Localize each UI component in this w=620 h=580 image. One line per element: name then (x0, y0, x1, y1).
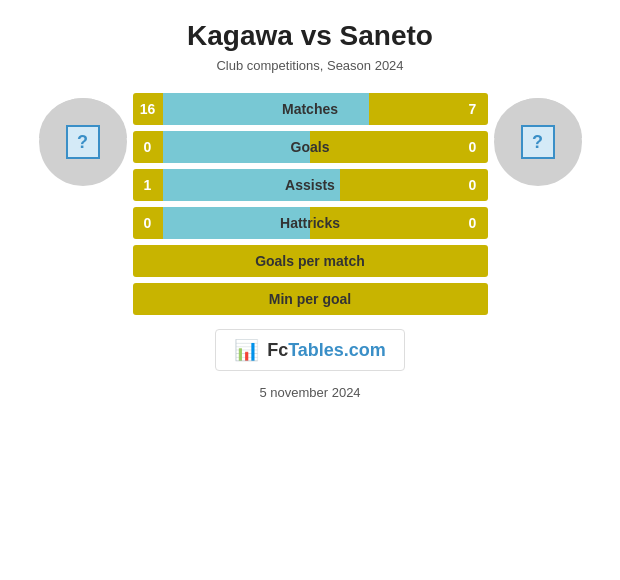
hattricks-left-bar (163, 207, 311, 239)
watermark-icon: 📊 (234, 338, 259, 362)
stats-area: 16 Matches 7 0 Goals 0 1 (133, 93, 488, 315)
left-team-badge: ? (33, 98, 133, 186)
stat-row-assists: 1 Assists 0 (133, 169, 488, 201)
hattricks-bar: Hattricks (163, 207, 458, 239)
matches-left-value: 16 (133, 93, 163, 125)
watermark-box: 📊 FcTables.com (215, 329, 405, 371)
min-per-goal-label: Min per goal (133, 291, 488, 307)
assists-left-bar (163, 169, 340, 201)
stat-row-goals-per-match: Goals per match (133, 245, 488, 277)
right-team-badge: ? (488, 98, 588, 186)
matches-right-bar (369, 93, 458, 125)
match-title: Kagawa vs Saneto (187, 20, 433, 52)
page-container: Kagawa vs Saneto Club competitions, Seas… (0, 0, 620, 580)
matches-bar: Matches (163, 93, 458, 125)
stat-row-hattricks: 0 Hattricks 0 (133, 207, 488, 239)
match-subtitle: Club competitions, Season 2024 (216, 58, 403, 73)
stat-row-min-per-goal: Min per goal (133, 283, 488, 315)
right-badge-circle: ? (494, 98, 582, 186)
hattricks-right-bar (310, 207, 458, 239)
watermark-area: 📊 FcTables.com (215, 329, 405, 371)
assists-right-bar (340, 169, 458, 201)
left-badge-question: ? (66, 125, 100, 159)
goals-per-match-label: Goals per match (133, 253, 488, 269)
hattricks-right-value: 0 (458, 207, 488, 239)
goals-right-value: 0 (458, 131, 488, 163)
right-badge-question: ? (521, 125, 555, 159)
goals-left-value: 0 (133, 131, 163, 163)
hattricks-left-value: 0 (133, 207, 163, 239)
assists-left-value: 1 (133, 169, 163, 201)
stat-row-goals: 0 Goals 0 (133, 131, 488, 163)
watermark-text: FcTables.com (267, 340, 386, 361)
goals-left-bar (163, 131, 311, 163)
left-badge-circle: ? (39, 98, 127, 186)
matches-left-bar (163, 93, 370, 125)
assists-right-value: 0 (458, 169, 488, 201)
goals-bar: Goals (163, 131, 458, 163)
assists-bar: Assists (163, 169, 458, 201)
goals-right-bar (310, 131, 458, 163)
footer-date: 5 november 2024 (259, 385, 360, 400)
matches-right-value: 7 (458, 93, 488, 125)
stat-row-matches: 16 Matches 7 (133, 93, 488, 125)
comparison-area: ? 16 Matches 7 0 Goals (0, 93, 620, 315)
